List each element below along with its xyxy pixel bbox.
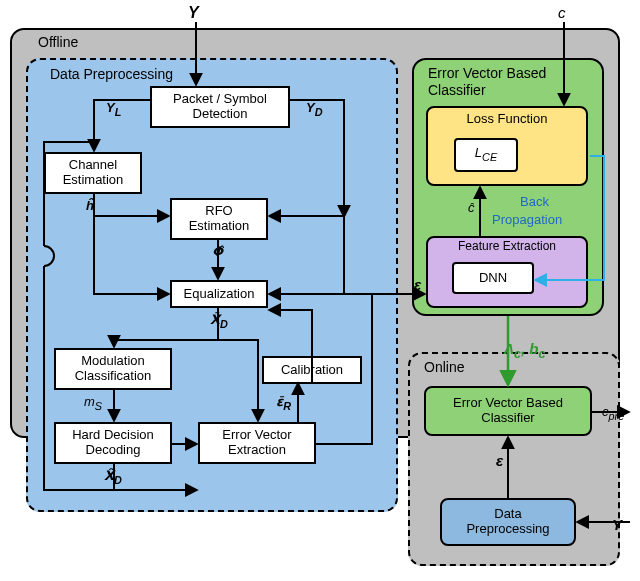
- mod-class-label: Modulation Classification: [75, 354, 152, 384]
- back-prop-l1: Back: [520, 194, 549, 209]
- c-top-label: c: [558, 4, 566, 21]
- c-hat-label: ĉ: [468, 200, 475, 215]
- rfo-est-block: RFO Estimation: [170, 198, 268, 240]
- hard-decision-block: Hard Decision Decoding: [54, 422, 172, 464]
- equalization-block: Equalization: [170, 280, 268, 308]
- eps-online-label: ε: [496, 452, 503, 469]
- packet-symbol-label: Packet / Symbol Detection: [173, 92, 267, 122]
- classifier-title-l1: Error Vector Based: [428, 65, 546, 81]
- online-label: Online: [424, 359, 464, 375]
- h-hat-label: ĥ: [86, 198, 94, 213]
- ms-label: mS: [84, 394, 102, 412]
- back-prop-l2: Propagation: [492, 212, 562, 227]
- online-preproc-label: Data Preprocessing: [466, 507, 549, 537]
- data-preprocessing-title: Data Preprocessing: [50, 66, 173, 82]
- eps-r-label: ε̄R: [276, 394, 291, 412]
- online-classifier-label: Error Vector Based Classifier: [453, 396, 563, 426]
- equalization-label: Equalization: [184, 287, 255, 302]
- channel-est-block: Channel Estimation: [44, 152, 142, 194]
- lce-label: L: [475, 145, 482, 160]
- rfo-est-label: RFO Estimation: [189, 204, 250, 234]
- channel-est-label: Channel Estimation: [63, 158, 124, 188]
- lambda-bc-label: Λc, bc: [504, 340, 545, 361]
- mod-class-block: Modulation Classification: [54, 348, 172, 390]
- xbar-d-label: X̄D: [210, 312, 228, 330]
- y-top-label: Y: [188, 4, 199, 22]
- c-pre-label: cpre: [602, 404, 624, 422]
- hard-decision-label: Hard Decision Decoding: [72, 428, 154, 458]
- dnn-block: DNN: [452, 262, 534, 294]
- error-vec-ext-label: Error Vector Extraction: [222, 428, 291, 458]
- y-bottom-label: Y: [612, 516, 622, 533]
- online-classifier-block: Error Vector Based Classifier: [424, 386, 592, 436]
- xhat-d-label: X̂D: [104, 468, 122, 486]
- calibration-label: Calibration: [281, 363, 343, 378]
- error-vec-ext-block: Error Vector Extraction: [198, 422, 316, 464]
- yd-label: YD: [306, 100, 323, 118]
- eps-label: ε: [414, 276, 421, 293]
- dnn-label: DNN: [479, 271, 507, 286]
- lce-sub: CE: [482, 151, 497, 163]
- phi-hat-label: Φ̂: [212, 244, 223, 259]
- loss-function-label: Loss Function: [467, 112, 548, 127]
- packet-symbol-block: Packet / Symbol Detection: [150, 86, 290, 128]
- yl-label: YL: [106, 100, 121, 118]
- classifier-title-l2: Classifier: [428, 82, 486, 98]
- calibration-block: Calibration: [262, 356, 362, 384]
- offline-label: Offline: [38, 34, 78, 50]
- online-preproc-block: Data Preprocessing: [440, 498, 576, 546]
- lce-block: LCE: [454, 138, 518, 172]
- feature-extraction-label: Feature Extraction: [458, 240, 556, 254]
